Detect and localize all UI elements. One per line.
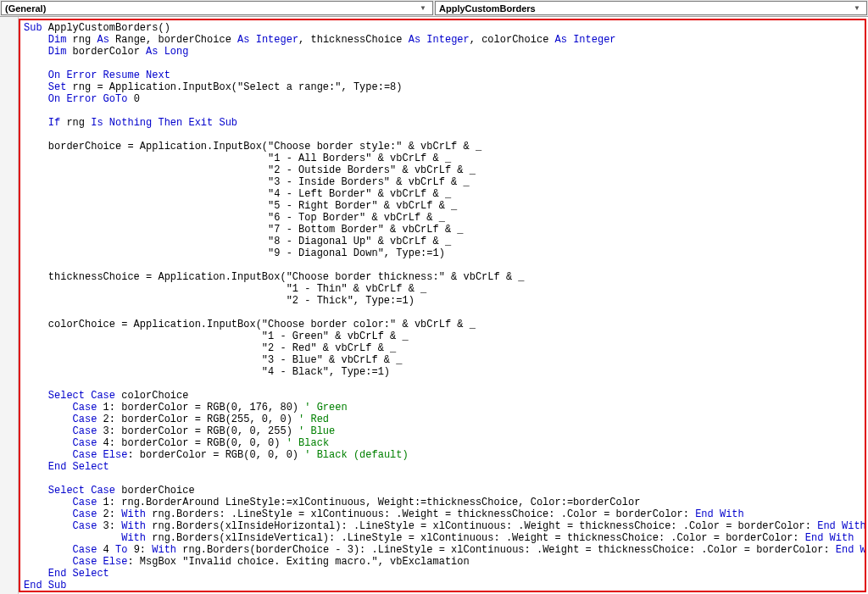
code-line[interactable]: End Select <box>24 568 861 580</box>
code-line[interactable]: Case 3: With rng.Borders(xlInsideHorizon… <box>24 520 861 532</box>
object-dropdown-value: (General) <box>5 3 417 14</box>
code-line[interactable]: Case 1: rng.BorderAround LineStyle:=xlCo… <box>24 497 861 508</box>
code-line[interactable]: Select Case borderChoice <box>24 485 861 497</box>
code-line[interactable] <box>24 378 861 390</box>
code-line[interactable]: "6 - Top Border" & vbCrLf & _ <box>24 212 861 224</box>
code-line[interactable]: "2 - Thick", Type:=1) <box>24 295 861 307</box>
code-line[interactable]: "1 - Green" & vbCrLf & _ <box>24 330 861 342</box>
code-line[interactable]: "2 - Red" & vbCrLf & _ <box>24 342 861 354</box>
code-line[interactable]: thicknessChoice = Application.InputBox("… <box>24 271 861 283</box>
code-line[interactable]: Case Else: MsgBox "Invalid choice. Exiti… <box>24 556 861 568</box>
code-line[interactable]: Dim borderColor As Long <box>24 46 861 58</box>
code-line[interactable]: Dim rng As Range, borderChoice As Intege… <box>24 34 861 46</box>
code-line[interactable]: "2 - Outside Borders" & vbCrLf & _ <box>24 164 861 176</box>
editor-area: Sub ApplyCustomBorders() Dim rng As Rang… <box>0 17 868 594</box>
code-line[interactable]: colorChoice = Application.InputBox("Choo… <box>24 319 861 330</box>
code-line[interactable]: Case 1: borderColor = RGB(0, 176, 80) ' … <box>24 402 861 414</box>
code-line[interactable]: End Select <box>24 461 861 473</box>
margin-gutter[interactable] <box>0 17 19 594</box>
chevron-down-icon: ▼ <box>417 4 429 12</box>
code-line[interactable]: "8 - Diagonal Up" & vbCrLf & _ <box>24 236 861 247</box>
code-line[interactable]: "9 - Diagonal Down", Type:=1) <box>24 247 861 259</box>
procedure-dropdown[interactable]: ApplyCustomBorders ▼ <box>435 1 867 15</box>
procedure-dropdown-value: ApplyCustomBorders <box>439 3 851 14</box>
code-line[interactable]: borderChoice = Application.InputBox("Cho… <box>24 141 861 153</box>
code-line[interactable] <box>24 129 861 141</box>
code-line[interactable]: Case 4 To 9: With rng.Borders(borderChoi… <box>24 544 861 556</box>
code-line[interactable]: "4 - Left Border" & vbCrLf & _ <box>24 188 861 200</box>
code-line[interactable] <box>24 105 861 117</box>
code-line[interactable] <box>24 58 861 69</box>
object-procedure-bar: (General) ▼ ApplyCustomBorders ▼ <box>0 0 868 17</box>
chevron-down-icon: ▼ <box>851 4 863 12</box>
code-line[interactable]: If rng Is Nothing Then Exit Sub <box>24 117 861 129</box>
code-line[interactable]: With rng.Borders(xlInsideVertical): .Lin… <box>24 532 861 544</box>
code-line[interactable]: Select Case colorChoice <box>24 390 861 402</box>
code-line[interactable]: "1 - Thin" & vbCrLf & _ <box>24 283 861 295</box>
code-line[interactable]: "3 - Blue" & vbCrLf & _ <box>24 354 861 366</box>
code-line[interactable]: "1 - All Borders" & vbCrLf & _ <box>24 153 861 164</box>
code-line[interactable] <box>24 307 861 319</box>
code-line[interactable]: Case 3: borderColor = RGB(0, 0, 255) ' B… <box>24 425 861 437</box>
code-line[interactable]: "4 - Black", Type:=1) <box>24 366 861 378</box>
object-dropdown[interactable]: (General) ▼ <box>1 1 433 15</box>
code-line[interactable]: Set rng = Application.InputBox("Select a… <box>24 81 861 93</box>
code-line[interactable] <box>24 473 861 485</box>
code-line[interactable]: "3 - Inside Borders" & vbCrLf & _ <box>24 176 861 188</box>
code-line[interactable]: "5 - Right Border" & vbCrLf & _ <box>24 200 861 212</box>
code-line[interactable]: Case 2: borderColor = RGB(255, 0, 0) ' R… <box>24 414 861 425</box>
code-line[interactable]: On Error GoTo 0 <box>24 93 861 105</box>
code-line[interactable]: Sub ApplyCustomBorders() <box>24 22 861 34</box>
code-line[interactable]: End Sub <box>24 580 861 591</box>
code-line[interactable]: On Error Resume Next <box>24 69 861 81</box>
code-line[interactable]: Case 4: borderColor = RGB(0, 0, 0) ' Bla… <box>24 437 861 449</box>
code-line[interactable]: "7 - Bottom Border" & vbCrLf & _ <box>24 224 861 236</box>
code-line[interactable]: Case Else: borderColor = RGB(0, 0, 0) ' … <box>24 449 861 461</box>
code-line[interactable]: Case 2: With rng.Borders: .LineStyle = x… <box>24 508 861 520</box>
code-editor[interactable]: Sub ApplyCustomBorders() Dim rng As Rang… <box>19 19 866 592</box>
code-line[interactable] <box>24 259 861 271</box>
